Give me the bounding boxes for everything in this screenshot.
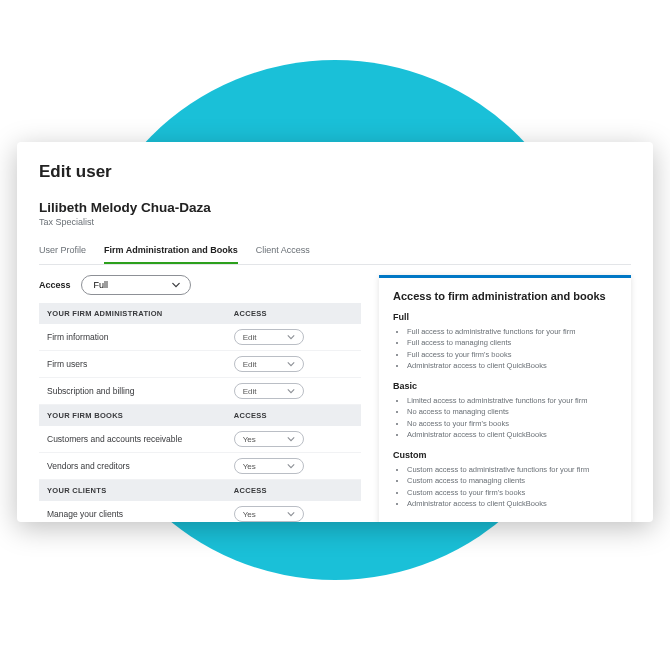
list-item: Custom access to managing clients [407, 475, 617, 486]
chevron-down-icon [172, 281, 180, 289]
list-item: Full access to your firm's books [407, 349, 617, 360]
list-item: No access to managing clients [407, 406, 617, 417]
perm-select-subscription[interactable]: Edit [234, 383, 304, 399]
panel-title: Access to firm administration and books [393, 290, 617, 302]
section-header: YOUR CLIENTS [39, 480, 226, 502]
level-name-full: Full [393, 312, 617, 322]
perm-select-firm-users[interactable]: Edit [234, 356, 304, 372]
perm-label: Firm information [39, 324, 226, 351]
list-item: Administrator access to client QuickBook… [407, 429, 617, 440]
column-header-access: ACCESS [226, 480, 361, 502]
user-name: Lilibeth Melody Chua-Daza [39, 200, 631, 215]
chevron-down-icon [287, 360, 295, 368]
perm-label: Vendors and creditors [39, 453, 226, 480]
tab-user-profile[interactable]: User Profile [39, 239, 86, 264]
list-item: Limited access to administrative functio… [407, 395, 617, 406]
permissions-table-area: Access Full YOUR FIRM ADMINISTRATIONACCE… [39, 275, 361, 522]
perm-select-customers[interactable]: Yes [234, 431, 304, 447]
perm-select-vendors[interactable]: Yes [234, 458, 304, 474]
section-header: YOUR FIRM BOOKS [39, 405, 226, 427]
level-custom-list: Custom access to administrative function… [393, 464, 617, 509]
chevron-down-icon [287, 387, 295, 395]
list-item: Custom access to your firm's books [407, 487, 617, 498]
user-role: Tax Specialist [39, 217, 631, 227]
tabs: User Profile Firm Administration and Boo… [39, 239, 631, 265]
level-basic-list: Limited access to administrative functio… [393, 395, 617, 440]
section-header: YOUR FIRM ADMINISTRATION [39, 303, 226, 324]
column-header-access: ACCESS [226, 303, 361, 324]
level-name-custom: Custom [393, 450, 617, 460]
chevron-down-icon [287, 510, 295, 518]
access-level-value: Full [94, 280, 109, 290]
perm-label: Manage your clients [39, 501, 226, 522]
list-item: Custom access to administrative function… [407, 464, 617, 475]
tab-client-access[interactable]: Client Access [256, 239, 310, 264]
list-item: Full access to administrative functions … [407, 326, 617, 337]
chevron-down-icon [287, 462, 295, 470]
perm-label: Customers and accounts receivable [39, 426, 226, 453]
perm-select-firm-info[interactable]: Edit [234, 329, 304, 345]
level-full-list: Full access to administrative functions … [393, 326, 617, 371]
permissions-table: YOUR FIRM ADMINISTRATIONACCESS Firm info… [39, 303, 361, 522]
perm-select-manage-clients[interactable]: Yes [234, 506, 304, 522]
tab-firm-administration[interactable]: Firm Administration and Books [104, 239, 238, 264]
access-label: Access [39, 280, 71, 290]
list-item: Administrator access to client QuickBook… [407, 498, 617, 509]
perm-label: Subscription and billing [39, 378, 226, 405]
chevron-down-icon [287, 435, 295, 443]
access-level-select[interactable]: Full [81, 275, 191, 295]
perm-label: Firm users [39, 351, 226, 378]
level-name-basic: Basic [393, 381, 617, 391]
page-title: Edit user [39, 162, 631, 182]
list-item: No access to your firm's books [407, 418, 617, 429]
list-item: Full access to managing clients [407, 337, 617, 348]
chevron-down-icon [287, 333, 295, 341]
edit-user-card: Edit user Lilibeth Melody Chua-Daza Tax … [17, 142, 653, 522]
list-item: Administrator access to client QuickBook… [407, 360, 617, 371]
column-header-access: ACCESS [226, 405, 361, 427]
access-info-panel: Access to firm administration and books … [379, 275, 631, 522]
